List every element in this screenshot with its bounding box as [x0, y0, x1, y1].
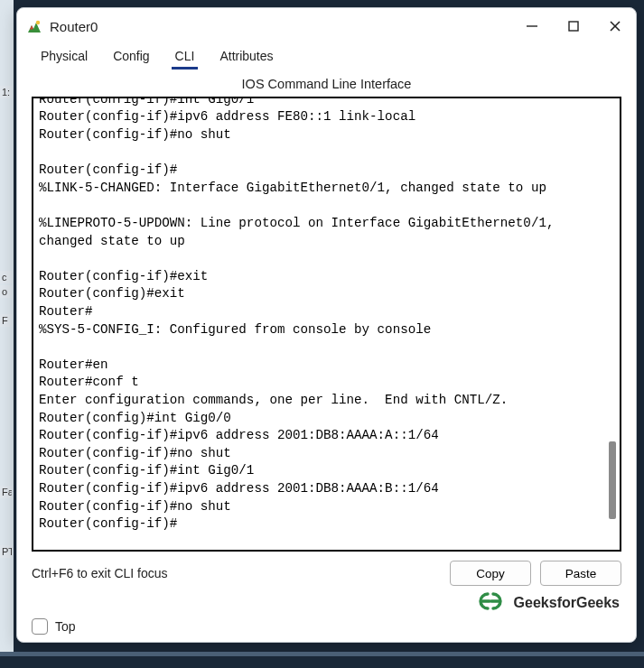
brand-row: GeeksforGeeks: [17, 586, 636, 615]
tab-physical[interactable]: Physical: [28, 45, 100, 69]
background-left-strip: 1: c o F Fa PT: [0, 0, 14, 668]
svg-point-0: [36, 21, 40, 24]
app-icon: [26, 18, 42, 34]
bg-fragment: o: [0, 285, 12, 298]
maximize-button[interactable]: [553, 8, 594, 44]
top-checkbox-label: Top: [55, 619, 76, 634]
tab-attributes[interactable]: Attributes: [207, 45, 285, 69]
scrollbar-thumb[interactable]: [609, 441, 616, 519]
minimize-button[interactable]: [511, 8, 553, 44]
app-window: Router0 Physical Config CLI Attributes I…: [16, 7, 637, 643]
tab-config[interactable]: Config: [100, 45, 162, 69]
background-bottom-bar: [0, 652, 644, 668]
cli-hint: Ctrl+F6 to exit CLI focus: [32, 566, 441, 580]
bg-fragment: c: [0, 271, 12, 283]
top-checkbox[interactable]: [32, 618, 48, 635]
titlebar[interactable]: Router0: [17, 8, 636, 44]
scrollbar-track[interactable]: [609, 100, 618, 548]
paste-button[interactable]: Paste: [540, 561, 621, 586]
panel-title: IOS Command Line Interface: [17, 70, 636, 97]
bg-fragment: Fa: [0, 486, 12, 498]
footer-row: Top: [17, 615, 636, 642]
copy-button[interactable]: Copy: [450, 561, 531, 586]
brand-text: GeeksforGeeks: [514, 595, 620, 611]
bg-fragment: F: [0, 314, 12, 327]
terminal-container: Router(config-if)#int Gig0/1 Router(conf…: [32, 97, 621, 552]
window-title: Router0: [50, 19, 98, 34]
cli-terminal[interactable]: Router(config-if)#int Gig0/1 Router(conf…: [33, 97, 620, 535]
tab-cli[interactable]: CLI: [163, 45, 208, 69]
bg-fragment: PT: [0, 545, 12, 558]
brand-icon: [474, 591, 507, 615]
tab-bar: Physical Config CLI Attributes: [17, 44, 636, 70]
bg-fragment: 1:: [0, 86, 12, 98]
close-button[interactable]: [594, 8, 636, 44]
bottom-bar: Ctrl+F6 to exit CLI focus Copy Paste: [17, 552, 636, 586]
svg-rect-2: [569, 22, 578, 31]
